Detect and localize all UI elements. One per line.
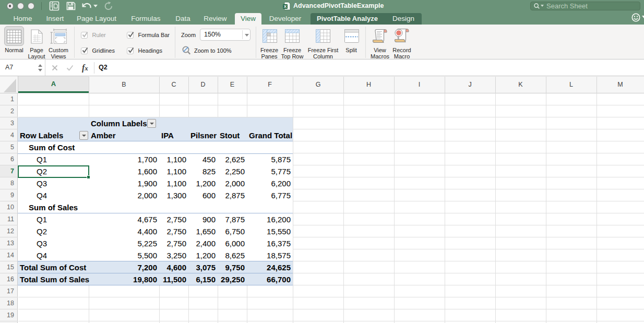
svg-text:X: X [284,4,287,9]
